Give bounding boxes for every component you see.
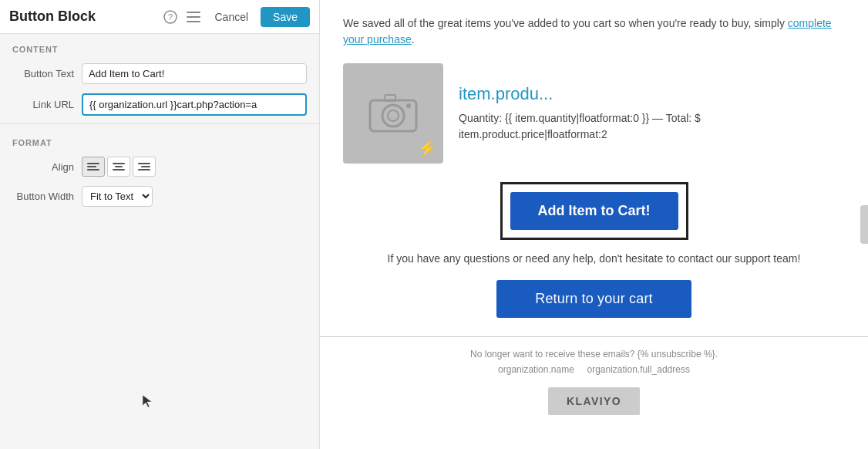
content-section-label: CONTENT bbox=[0, 34, 319, 59]
svg-point-7 bbox=[388, 110, 399, 121]
add-to-cart-highlight: Add Item to Cart! bbox=[500, 182, 688, 240]
link-url-row: Link URL bbox=[0, 89, 319, 120]
cancel-button[interactable]: Cancel bbox=[208, 8, 254, 26]
camera-icon bbox=[366, 89, 420, 138]
button-text-input[interactable] bbox=[82, 63, 307, 84]
product-title: item.produ... bbox=[459, 84, 845, 104]
right-panel: We saved all of the great items you've a… bbox=[320, 0, 868, 449]
svg-rect-2 bbox=[187, 12, 200, 13]
org-name: organization.name bbox=[498, 364, 574, 375]
product-row: ⚡ item.produ... Quantity: {{ item.quanti… bbox=[343, 63, 845, 164]
svg-rect-3 bbox=[187, 16, 200, 18]
panel-header: Button Block ? Cancel Save bbox=[0, 0, 319, 34]
product-info: item.produ... Quantity: {{ item.quantity… bbox=[459, 84, 845, 143]
add-to-cart-wrapper: Add Item to Cart! bbox=[343, 182, 845, 240]
button-text-label: Button Text bbox=[12, 68, 74, 79]
org-address: organization.full_address bbox=[587, 364, 689, 375]
menu-icon[interactable] bbox=[185, 8, 202, 25]
align-right-button[interactable] bbox=[133, 157, 156, 177]
return-to-cart-button[interactable]: Return to your cart bbox=[496, 280, 691, 318]
align-label: Align bbox=[12, 161, 74, 173]
support-text: If you have any questions or need any he… bbox=[343, 252, 845, 265]
button-text-row: Button Text bbox=[0, 59, 319, 89]
section-divider bbox=[0, 123, 319, 124]
footer-text: No longer want to receive these emails? … bbox=[343, 346, 845, 378]
align-center-button[interactable] bbox=[107, 157, 130, 177]
klaviyo-label: KLAVIYO bbox=[548, 387, 640, 415]
add-to-cart-button[interactable]: Add Item to Cart! bbox=[510, 192, 678, 230]
panel-title: Button Block bbox=[9, 8, 156, 25]
product-details: Quantity: {{ item.quantity|floatformat:0… bbox=[459, 110, 845, 143]
link-url-input[interactable] bbox=[82, 93, 307, 116]
preview-content: We saved all of the great items you've a… bbox=[320, 0, 868, 449]
product-image: ⚡ bbox=[343, 63, 443, 164]
left-panel: Button Block ? Cancel Save CONTENT Butto… bbox=[0, 0, 320, 449]
button-width-select[interactable]: Fit to Text Full Width Custom bbox=[82, 186, 153, 207]
svg-text:?: ? bbox=[168, 12, 173, 22]
button-width-label: Button Width bbox=[12, 191, 74, 202]
align-left-button[interactable] bbox=[82, 157, 105, 177]
help-icon[interactable]: ? bbox=[162, 8, 179, 25]
cursor-indicator bbox=[140, 393, 146, 400]
right-edge-handle[interactable] bbox=[860, 205, 868, 244]
unsubscribe-text: No longer want to receive these emails? … bbox=[343, 346, 845, 362]
link-url-label: Link URL bbox=[12, 99, 74, 110]
preview-intro-text: We saved all of the great items you've a… bbox=[343, 15, 845, 48]
svg-rect-4 bbox=[187, 21, 200, 22]
save-button[interactable]: Save bbox=[261, 7, 310, 27]
button-width-row: Button Width Fit to Text Full Width Cust… bbox=[0, 181, 319, 211]
klaviyo-badge: KLAVIYO bbox=[343, 387, 845, 415]
svg-point-6 bbox=[382, 105, 404, 127]
format-section-label: FORMAT bbox=[0, 127, 319, 152]
return-cart-wrapper: Return to your cart bbox=[343, 280, 845, 318]
svg-point-9 bbox=[406, 103, 411, 108]
footer-divider bbox=[320, 336, 868, 337]
align-row: Align bbox=[0, 152, 319, 181]
align-group bbox=[82, 157, 156, 177]
org-info: organization.name organization.full_addr… bbox=[343, 362, 845, 377]
bolt-icon: ⚡ bbox=[418, 139, 437, 157]
